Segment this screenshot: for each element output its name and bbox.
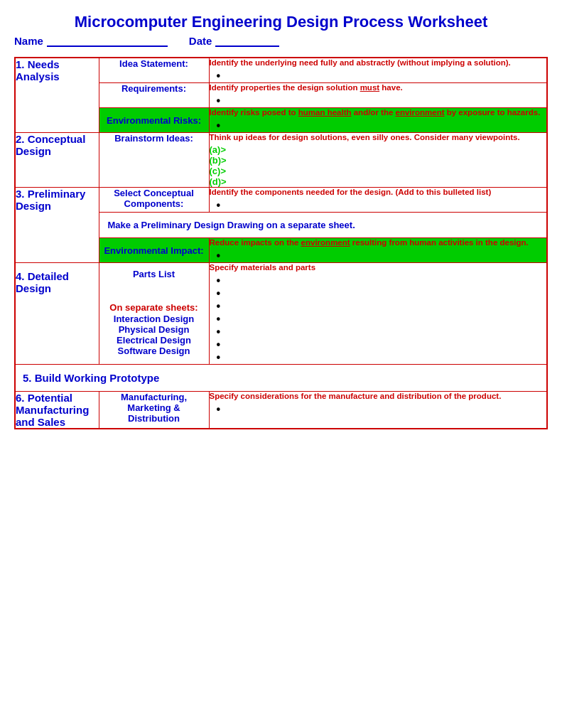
prelim-design-components-row: 3. PreliminaryDesign Select ConceptualCo…: [15, 188, 547, 213]
env-risks-content: Identify risks posed to human health and…: [209, 108, 547, 133]
build-prototype-label: 5. Build Working Prototype: [15, 365, 547, 392]
date-label: Date: [189, 35, 212, 47]
manufacturing-row: 6. PotentialManufacturingand Sales Manuf…: [15, 392, 547, 429]
brainstorm-content: Think up ideas for design solutions, eve…: [209, 133, 547, 188]
env-risks-label: Environmental Risks:: [99, 108, 209, 133]
software-design-item: Software Design: [104, 346, 205, 356]
page-title: Microcomputer Engineering Design Process…: [14, 13, 548, 31]
detailed-design-mid: Parts List On separate sheets: Interacti…: [99, 263, 209, 365]
idea-statement-content: Identify the underlying need fully and a…: [209, 58, 547, 83]
name-label: Name: [14, 35, 43, 47]
parts-list-label: Parts List: [104, 269, 205, 279]
manufacturing-content: Specify considerations for the manufactu…: [209, 392, 547, 429]
interaction-design-item: Interaction Design: [104, 314, 205, 324]
parts-list-content: Specify materials and parts • • • • • • …: [209, 263, 547, 365]
worksheet-table: 1. NeedsAnalysis Idea Statement: Identif…: [14, 57, 548, 429]
build-prototype-row: 5. Build Working Prototype: [15, 365, 547, 392]
env-impact-content: Reduce impacts on the environment result…: [209, 238, 547, 263]
needs-analysis-label: 1. NeedsAnalysis: [15, 58, 99, 133]
sep-sheets-section: On separate sheets: Interaction Design P…: [104, 301, 205, 356]
requirements-content: Identify properties the design solution …: [209, 83, 547, 108]
detailed-design-row: 4. DetailedDesign Parts List On separate…: [15, 263, 547, 365]
on-separate-sheets-label: On separate sheets:: [109, 302, 198, 313]
manufacturing-mid-label: Manufacturing,Marketing &Distribution: [99, 392, 209, 429]
select-components-content: Identify the components needed for the d…: [209, 188, 547, 213]
manufacturing-label: 6. PotentialManufacturingand Sales: [15, 392, 99, 429]
physical-design-item: Physical Design: [104, 324, 205, 335]
name-field[interactable]: [47, 34, 168, 47]
date-field[interactable]: [215, 34, 279, 47]
needs-analysis-idea-row: 1. NeedsAnalysis Idea Statement: Identif…: [15, 58, 547, 83]
env-impact-label: Environmental Impact:: [99, 238, 209, 263]
electrical-design-item: Electrical Design: [104, 335, 205, 346]
preliminary-design-label: 3. PreliminaryDesign: [15, 188, 99, 263]
select-components-label: Select ConceptualComponents:: [99, 188, 209, 213]
idea-statement-label: Idea Statement:: [99, 58, 209, 83]
conceptual-design-row: 2. ConceptualDesign Brainstorm Ideas: Th…: [15, 133, 547, 188]
conceptual-design-label: 2. ConceptualDesign: [15, 133, 99, 188]
detailed-design-label: 4. DetailedDesign: [15, 263, 99, 365]
brainstorm-label: Brainstorm Ideas:: [99, 133, 209, 188]
prelim-drawing-text: Make a Preliminary Design Drawing on a s…: [99, 213, 547, 238]
requirements-label: Requirements:: [99, 83, 209, 108]
